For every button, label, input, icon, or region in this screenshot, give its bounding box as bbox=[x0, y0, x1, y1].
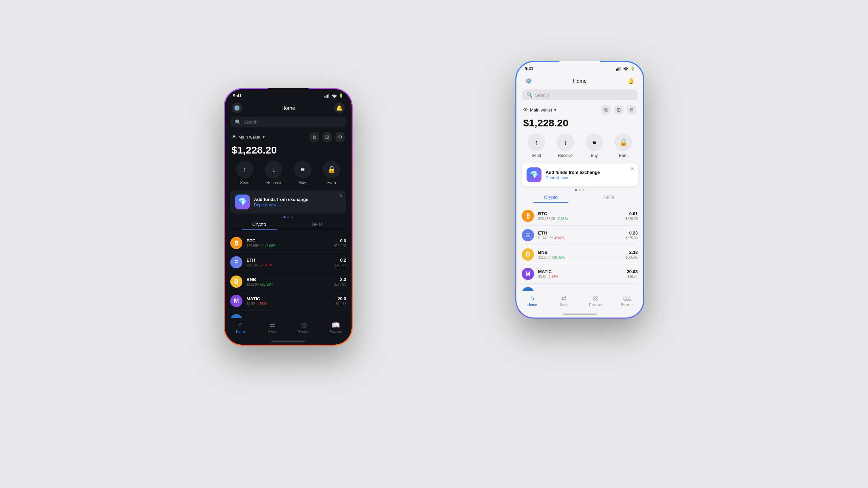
light-matic-logo: M bbox=[522, 268, 534, 280]
dark-nav-discover[interactable]: ◎ Discover bbox=[294, 321, 314, 334]
dark-receive-button[interactable]: ↓ Receive bbox=[265, 161, 282, 185]
dark-discover-icon: ◎ bbox=[301, 321, 307, 329]
dark-receive-circle: ↓ bbox=[265, 161, 282, 178]
light-eth-name: ETH bbox=[538, 230, 622, 236]
light-eth-item[interactable]: Ξ ETH $1,628.65 -0.62% 0.23 $375.33 bbox=[522, 226, 638, 245]
dark-send-button[interactable]: ↑ Send bbox=[236, 161, 254, 185]
light-btc-value: $235.25 bbox=[626, 217, 638, 221]
wifi-icon bbox=[332, 94, 337, 98]
dark-promo-link[interactable]: Deposit now → bbox=[254, 203, 341, 207]
svg-rect-2 bbox=[327, 95, 328, 98]
dark-home-indicator bbox=[271, 341, 305, 342]
dark-home-icon: ⌂ bbox=[239, 321, 243, 329]
dark-matic-info: MATIC $0.52 -1.36% bbox=[246, 296, 332, 306]
light-eth-sub: $1,628.65 -0.62% bbox=[538, 236, 622, 240]
dark-crypto-list: ₿ BTC $26,685.00 +2.63% 0.0 $224.29 Ξ bbox=[225, 233, 352, 318]
dark-btc-right: 0.0 $224.29 bbox=[334, 238, 346, 248]
light-nav-browser[interactable]: 📖 Browser bbox=[617, 294, 637, 307]
light-bnb-sub: $212.80 +20.38% bbox=[538, 256, 622, 259]
light-usdc-item[interactable]: $ USDC 23,220.88 bbox=[522, 284, 638, 291]
dark-nav-swap[interactable]: ⇄ Swap bbox=[262, 321, 282, 334]
svg-rect-3 bbox=[328, 94, 329, 98]
light-nav-discover[interactable]: ◎ Discover bbox=[586, 294, 606, 307]
light-dot-3 bbox=[583, 189, 585, 191]
dark-swap-label: Swap bbox=[268, 330, 277, 334]
light-promo-title: Add funds from exchange bbox=[546, 170, 633, 175]
light-home-indicator bbox=[563, 313, 597, 315]
light-scan-button[interactable]: ⊞ bbox=[614, 105, 624, 115]
light-matic-amount: 20.03 bbox=[627, 269, 638, 274]
light-bnb-info: BNB $212.80 +20.38% bbox=[538, 250, 622, 259]
dark-matic-right: 20.0 $10.41 bbox=[336, 296, 346, 306]
svg-rect-0 bbox=[324, 96, 325, 98]
dark-eth-amount: 0.2 bbox=[334, 258, 346, 263]
light-settings-button[interactable]: ⚙️ bbox=[523, 75, 534, 86]
dark-swap-icon: ⇄ bbox=[270, 321, 275, 329]
light-tab-crypto[interactable]: Crypto bbox=[522, 195, 580, 203]
dark-phone: 9:41 🔋 ⚙️ Home 🔔 🔍 Search bbox=[224, 88, 353, 346]
dark-search-placeholder: Search bbox=[243, 120, 257, 125]
dark-notification-button[interactable]: 🔔 bbox=[334, 102, 345, 113]
light-promo-link[interactable]: Deposit now → bbox=[546, 176, 633, 180]
light-receive-label: Receive bbox=[558, 153, 573, 158]
light-buy-button[interactable]: ≡ Buy bbox=[586, 134, 603, 158]
dark-usdc-logo: $ bbox=[230, 314, 242, 318]
light-buy-circle: ≡ bbox=[586, 134, 603, 151]
dark-usdc-item[interactable]: $ USDC 23,220 bbox=[230, 311, 346, 318]
light-earn-button[interactable]: 🔒 Earn bbox=[614, 134, 632, 158]
dark-send-circle: ↑ bbox=[236, 161, 254, 178]
dark-notch bbox=[268, 88, 309, 98]
dark-search-bar[interactable]: 🔍 Search bbox=[230, 117, 346, 127]
dark-eth-item[interactable]: Ξ ETH $1,628.65 -0.62% 0.2 $375.32 bbox=[230, 253, 346, 272]
dark-top-bar: ⚙️ Home 🔔 bbox=[225, 100, 352, 115]
dark-matic-name: MATIC bbox=[246, 296, 332, 301]
dark-balance: $1,228.20 bbox=[225, 143, 352, 161]
light-time: 9:41 bbox=[525, 66, 533, 71]
dark-bnb-info: BNB $212.80 +20.38% bbox=[246, 277, 330, 286]
light-send-button[interactable]: ↑ Send bbox=[528, 134, 545, 158]
light-matic-item[interactable]: M MATIC $0.52 -1.36% 20.03 $10.41 bbox=[522, 264, 638, 284]
light-discover-icon: ◎ bbox=[593, 294, 598, 302]
dark-nav-browser[interactable]: 📖 Browser bbox=[326, 321, 346, 334]
dark-time: 9:41 bbox=[233, 93, 242, 98]
light-bnb-name: BNB bbox=[538, 250, 622, 255]
dark-scan-button[interactable]: ⊞ bbox=[322, 132, 332, 142]
light-bnb-amount: 2.38 bbox=[626, 250, 638, 255]
dark-tab-nfts[interactable]: NFTs bbox=[288, 222, 346, 230]
light-search-bar[interactable]: 🔍 Search bbox=[522, 89, 638, 100]
dark-more-button[interactable]: ⚙ bbox=[335, 132, 345, 142]
light-promo-icon: 💎 bbox=[527, 167, 541, 182]
light-tab-nfts[interactable]: NFTs bbox=[580, 195, 638, 203]
light-nav-home[interactable]: ⌂ Home bbox=[522, 294, 542, 307]
dark-wallet-name-row[interactable]: 👁 Main wallet ▾ bbox=[232, 134, 265, 140]
dark-buy-button[interactable]: ≡ Buy bbox=[294, 161, 312, 185]
light-matic-value: $10.41 bbox=[627, 275, 638, 279]
dark-tab-crypto[interactable]: Crypto bbox=[230, 222, 288, 230]
dark-earn-button[interactable]: 🔒 Earn bbox=[323, 161, 340, 185]
light-btc-item[interactable]: ₿ BTC $26,685.00 +2.63% 0.01 $235.25 bbox=[522, 206, 638, 226]
dark-bnb-item[interactable]: B BNB $212.80 +20.38% 2.3 $506.95 bbox=[230, 272, 346, 291]
light-eth-info: ETH $1,628.65 -0.62% bbox=[538, 230, 622, 240]
light-promo-close[interactable]: ✕ bbox=[630, 166, 634, 171]
light-receive-button[interactable]: ↓ Receive bbox=[556, 134, 574, 158]
light-copy-button[interactable]: ⧉ bbox=[601, 105, 611, 115]
light-send-circle: ↑ bbox=[528, 134, 545, 151]
light-more-button[interactable]: ⚙ bbox=[627, 105, 636, 115]
dark-tabs: Crypto NFTs bbox=[230, 222, 346, 230]
dark-promo-title: Add funds from exchange bbox=[254, 197, 341, 202]
light-notification-button[interactable]: 🔔 bbox=[626, 75, 636, 86]
dark-btc-item[interactable]: ₿ BTC $26,685.00 +2.63% 0.0 $224.29 bbox=[230, 233, 346, 253]
light-nav-swap[interactable]: ⇄ Swap bbox=[554, 294, 574, 307]
dark-promo-close[interactable]: ✕ bbox=[339, 193, 343, 199]
dark-promo-text: Add funds from exchange Deposit now → bbox=[254, 197, 341, 207]
dark-copy-button[interactable]: ⧉ bbox=[310, 132, 319, 142]
dark-settings-button[interactable]: ⚙️ bbox=[232, 102, 242, 113]
dark-matic-item[interactable]: M MATIC $0.52 -1.36% 20.0 $10.41 bbox=[230, 291, 346, 311]
light-bnb-item[interactable]: B BNB $212.80 +20.38% 2.38 $506.95 bbox=[522, 245, 638, 264]
light-wallet-name-row[interactable]: 👁 Main wallet ▾ bbox=[523, 107, 556, 113]
dark-btc-info: BTC $26,685.00 +2.63% bbox=[246, 238, 330, 248]
dark-bnb-logo: B bbox=[230, 276, 242, 288]
light-matic-name: MATIC bbox=[538, 269, 623, 274]
light-buy-label: Buy bbox=[591, 153, 598, 158]
dark-nav-home[interactable]: ⌂ Home bbox=[231, 321, 251, 334]
